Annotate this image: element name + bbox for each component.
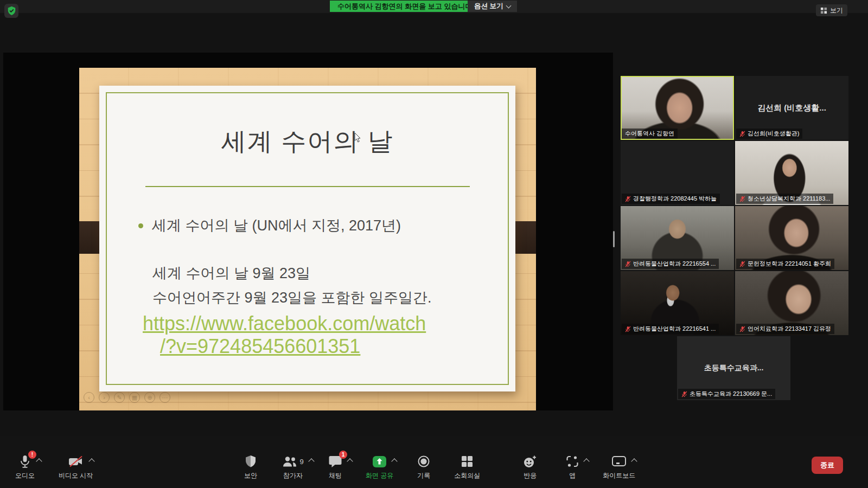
security-button[interactable]: 보안 xyxy=(239,454,263,480)
slide-title: 세계 수어의 날 xyxy=(99,125,515,158)
mouse-cursor-icon xyxy=(354,132,362,145)
banner-text: 수어통역사 김항연의 화면을 보고 있습니다 xyxy=(337,2,472,11)
pen-icon: ✎ xyxy=(114,392,125,403)
muted-mic-icon xyxy=(625,326,631,332)
video-options-chevron[interactable] xyxy=(88,458,94,464)
share-options-chevron[interactable] xyxy=(392,458,398,464)
apps-options-chevron[interactable] xyxy=(584,458,590,464)
participant-tile-video-off[interactable]: 초등특수교육과... 초등특수교육과 22130669 문... xyxy=(677,336,790,400)
breakout-rooms-button[interactable]: 소회의실 xyxy=(454,454,480,480)
slide-link-line2: /?v=972485456601351 xyxy=(160,335,360,358)
record-icon xyxy=(417,455,430,468)
prev-slide-icon: ‹ xyxy=(84,392,94,403)
shield-icon xyxy=(245,455,257,468)
participant-name-label: 수어통역사 김항연 xyxy=(622,129,678,139)
presentation-background: 세계 수어의 날 세계 수어의 날 (UN에서 지정, 2017년) 세계 수어… xyxy=(79,68,536,410)
participant-name-label: 언어치료학과 22133417 김유정 xyxy=(736,324,834,334)
participant-tile[interactable]: 청소년상담복지학과 2211183... xyxy=(735,141,848,205)
muted-mic-icon xyxy=(739,326,745,332)
participant-tile[interactable]: 언어치료학과 22133417 김유정 xyxy=(735,271,848,335)
slide-divider-line xyxy=(145,186,470,187)
zoom-icon: ⊕ xyxy=(144,392,155,403)
participant-name-label: 초등특수교육과 22130669 문... xyxy=(678,389,775,399)
participants-options-chevron[interactable] xyxy=(308,458,314,464)
chat-options-chevron[interactable] xyxy=(347,458,353,464)
presentation-slide: 세계 수어의 날 세계 수어의 날 (UN에서 지정, 2017년) 세계 수어… xyxy=(99,86,515,391)
participant-tile[interactable]: 반려동물산업학과 22216541 ... xyxy=(621,271,734,335)
bullet-dot-icon xyxy=(138,223,143,228)
participant-tile[interactable]: 문헌정보학과 22214051 황주희 xyxy=(735,206,848,270)
participant-name-label: 경찰행정학과 22082445 박하늘 xyxy=(622,194,720,204)
chat-button[interactable]: 1 채팅 xyxy=(323,454,347,480)
participant-name-label: 반려동물산업학과 22216554 ... xyxy=(622,259,719,269)
muted-mic-icon xyxy=(739,261,745,267)
slideshow-controls: ‹ › ✎ ▦ ⊕ ⋯ xyxy=(84,392,170,403)
start-video-button[interactable]: 비디오 시작 xyxy=(59,454,93,480)
participant-tile-interpreter[interactable]: 수어통역사 김항연 xyxy=(621,76,734,140)
view-options-button[interactable]: 옵션 보기 xyxy=(468,1,517,12)
reactions-button[interactable]: 반응 xyxy=(518,454,542,480)
muted-mic-icon xyxy=(739,196,745,202)
chevron-down-icon xyxy=(506,3,512,8)
participant-name-label: 문헌정보학과 22214051 황주희 xyxy=(736,259,834,269)
camera-off-icon xyxy=(68,455,84,468)
whiteboard-icon xyxy=(611,455,627,468)
panel-resize-handle[interactable] xyxy=(613,231,615,247)
share-screen-button[interactable]: 화면 공유 xyxy=(366,454,393,480)
participants-count: 9 xyxy=(299,458,303,466)
grid-view-icon xyxy=(820,7,827,14)
chat-unread-badge: 1 xyxy=(339,451,347,459)
apps-icon xyxy=(566,455,579,468)
more-icon: ⋯ xyxy=(159,392,170,403)
slide-body-line1: 세계 수어의 날 9월 23일 xyxy=(152,264,310,283)
participant-tile-video-off[interactable]: 김선희 (비호생활... 김선희(비호생활관) xyxy=(735,76,848,140)
muted-mic-icon xyxy=(625,261,631,267)
share-screen-icon xyxy=(372,455,387,468)
shared-screen-stage: 세계 수어의 날 세계 수어의 날 (UN에서 지정, 2017년) 세계 수어… xyxy=(3,53,613,410)
slide-body-line2: 수어언어주간 9월 23일을 포함한 일주일간. xyxy=(152,288,432,307)
view-button[interactable]: 보기 xyxy=(816,4,847,16)
audio-alert-badge: ! xyxy=(28,451,36,459)
muted-mic-icon xyxy=(681,391,687,397)
end-meeting-button[interactable]: 종료 xyxy=(812,457,843,474)
next-slide-icon: › xyxy=(99,392,110,403)
grid-icon: ▦ xyxy=(129,392,140,403)
record-button[interactable]: 기록 xyxy=(412,454,436,480)
muted-mic-icon xyxy=(625,196,631,202)
slide-bullet-item: 세계 수어의 날 (UN에서 지정, 2017년) xyxy=(138,216,401,235)
audio-button[interactable]: ! 오디오 xyxy=(13,454,37,480)
reactions-icon xyxy=(523,455,537,468)
participants-button[interactable]: 9 참가자 xyxy=(281,454,305,480)
zoom-meeting-window: 수어통역사 김항연의 화면을 보고 있습니다 옵션 보기 보기 세계 수어의 날… xyxy=(0,0,868,488)
participant-name-label: 청소년상담복지학과 2211183... xyxy=(736,194,833,204)
participant-tile[interactable]: 반려동물산업학과 22216554 ... xyxy=(621,206,734,270)
muted-mic-icon xyxy=(739,131,745,137)
participant-name-label: 반려동물산업학과 22216541 ... xyxy=(622,324,719,334)
participant-tile[interactable]: 경찰행정학과 22082445 박하늘 xyxy=(621,141,734,205)
viewing-screen-banner: 수어통역사 김항연의 화면을 보고 있습니다 xyxy=(330,1,480,12)
slide-link-line1: https://www.facebook.com/watch xyxy=(143,312,426,335)
apps-button[interactable]: 앱 xyxy=(560,454,584,480)
participants-icon xyxy=(282,455,297,468)
encryption-shield-icon[interactable] xyxy=(4,4,18,18)
participant-name-label: 김선희(비호생활관) xyxy=(736,129,802,139)
whiteboard-button[interactable]: 화이트보드 xyxy=(603,454,635,480)
audio-options-chevron[interactable] xyxy=(36,458,42,464)
breakout-rooms-icon xyxy=(461,455,474,468)
meeting-toolbar: ! 오디오 비디오 시작 보안 xyxy=(0,436,868,488)
whiteboard-options-chevron[interactable] xyxy=(631,458,637,464)
